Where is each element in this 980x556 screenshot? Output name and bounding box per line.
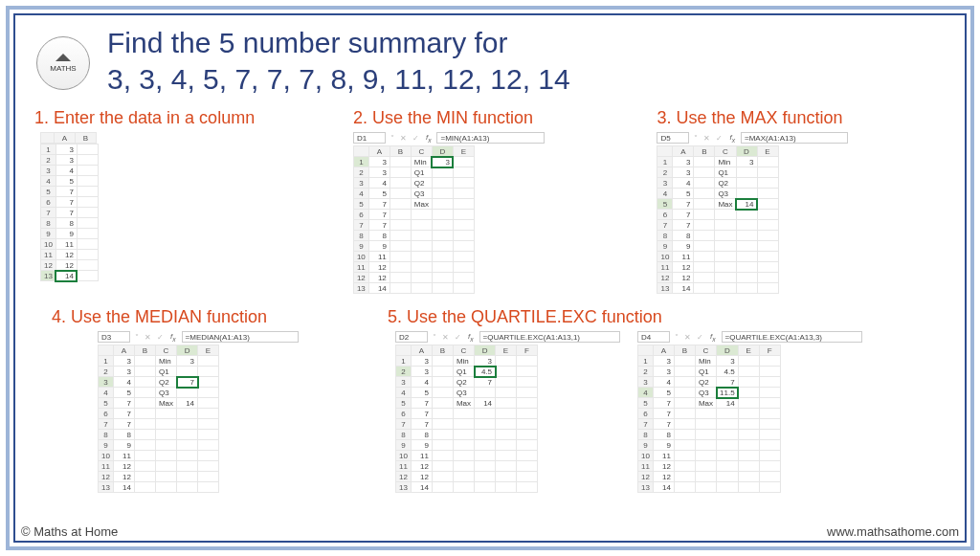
cell[interactable] — [475, 409, 496, 419]
col-header[interactable]: F — [517, 345, 538, 356]
cell[interactable] — [198, 451, 219, 461]
cell[interactable] — [134, 409, 155, 419]
dropdown-icon[interactable]: ˅ — [390, 134, 395, 143]
cell[interactable]: 7 — [368, 220, 390, 231]
cell[interactable] — [736, 231, 757, 241]
cell[interactable] — [77, 208, 98, 218]
cell[interactable] — [198, 356, 219, 367]
cell[interactable] — [695, 440, 716, 451]
cell[interactable]: 7 — [56, 187, 77, 197]
cell[interactable] — [757, 231, 778, 241]
cell[interactable] — [674, 440, 695, 451]
cell[interactable] — [390, 241, 411, 252]
cell[interactable] — [432, 262, 453, 273]
cell[interactable] — [738, 398, 759, 409]
cell[interactable] — [453, 472, 474, 482]
cell[interactable] — [453, 167, 474, 178]
cell[interactable] — [411, 283, 432, 294]
cell[interactable] — [453, 157, 474, 167]
cell[interactable]: 11 — [673, 252, 694, 262]
cell[interactable]: 9 — [56, 229, 77, 239]
cell[interactable] — [496, 367, 517, 377]
cell[interactable] — [715, 273, 736, 283]
cell[interactable] — [717, 451, 739, 461]
cell[interactable]: 3 — [736, 157, 757, 167]
cell[interactable] — [177, 482, 198, 493]
cell[interactable] — [736, 252, 757, 262]
cell[interactable] — [432, 210, 453, 220]
col-header[interactable]: B — [432, 345, 453, 356]
cell[interactable] — [759, 451, 780, 461]
cell[interactable] — [715, 283, 736, 294]
cell[interactable]: 5 — [368, 189, 390, 199]
cell[interactable] — [77, 239, 98, 250]
cell[interactable]: 5 — [673, 189, 694, 199]
cell[interactable]: 12 — [673, 262, 694, 273]
cell[interactable] — [695, 451, 716, 461]
cell[interactable]: 12 — [368, 273, 390, 283]
cell[interactable] — [134, 440, 155, 451]
cell[interactable] — [432, 199, 453, 210]
cell[interactable] — [674, 398, 695, 409]
cell[interactable] — [411, 210, 432, 220]
col-header[interactable]: D — [432, 146, 453, 157]
cell[interactable]: 12 — [411, 461, 432, 472]
cell[interactable]: 9 — [673, 241, 694, 252]
cell[interactable] — [757, 167, 778, 178]
cell[interactable] — [432, 283, 453, 294]
cell[interactable] — [475, 419, 496, 430]
cell[interactable]: Q2 — [155, 377, 176, 388]
cell[interactable]: 3 — [673, 167, 694, 178]
cell[interactable] — [390, 231, 411, 241]
cell[interactable] — [674, 482, 695, 493]
cell[interactable] — [453, 419, 474, 430]
cell[interactable] — [759, 388, 780, 398]
cell[interactable] — [759, 482, 780, 493]
cell[interactable] — [198, 367, 219, 377]
cell[interactable] — [475, 451, 496, 461]
cell[interactable]: 7 — [113, 409, 134, 419]
cancel-icon[interactable]: ✕ — [702, 134, 711, 143]
cell[interactable] — [475, 482, 496, 493]
cell[interactable] — [757, 262, 778, 273]
cell[interactable] — [390, 199, 411, 210]
name-box[interactable]: D3 — [98, 331, 130, 343]
col-header[interactable]: B — [674, 345, 695, 356]
cell[interactable] — [453, 461, 474, 472]
cell[interactable] — [736, 283, 757, 294]
col-header[interactable]: E — [496, 345, 517, 356]
cell[interactable] — [198, 440, 219, 451]
cell[interactable]: Q3 — [155, 388, 176, 398]
cell[interactable] — [517, 472, 538, 482]
cell[interactable]: 14 — [717, 398, 739, 409]
cell[interactable]: 12 — [56, 260, 77, 271]
cell[interactable] — [496, 377, 517, 388]
cell[interactable] — [736, 210, 757, 220]
cell[interactable]: Max — [715, 199, 736, 210]
cell[interactable] — [432, 461, 453, 472]
cell[interactable]: Q1 — [453, 367, 474, 377]
cell[interactable] — [432, 388, 453, 398]
cell[interactable]: 14 — [673, 283, 694, 294]
cell[interactable]: 4 — [411, 377, 432, 388]
cell[interactable] — [411, 220, 432, 231]
cell[interactable] — [432, 167, 453, 178]
cell[interactable] — [694, 220, 715, 231]
cell[interactable] — [453, 210, 474, 220]
cell[interactable] — [736, 262, 757, 273]
cell[interactable] — [674, 472, 695, 482]
cell[interactable] — [695, 430, 716, 440]
cell[interactable]: Q3 — [715, 189, 736, 199]
cell[interactable] — [517, 440, 538, 451]
cell[interactable]: Q1 — [155, 367, 176, 377]
cell[interactable]: 14 — [653, 482, 674, 493]
cell[interactable] — [757, 210, 778, 220]
cell[interactable] — [757, 283, 778, 294]
cell[interactable] — [432, 241, 453, 252]
cell[interactable] — [155, 440, 176, 451]
cell[interactable] — [177, 367, 198, 377]
cell[interactable] — [757, 199, 778, 210]
cell[interactable] — [77, 176, 98, 187]
cell[interactable] — [517, 367, 538, 377]
cell[interactable] — [134, 419, 155, 430]
